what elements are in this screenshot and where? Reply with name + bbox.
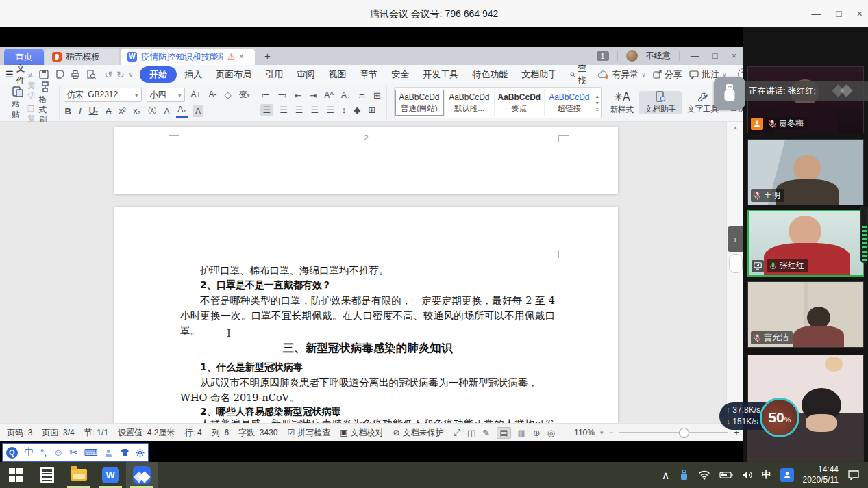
numbered-list-button[interactable]: ≕: [277, 90, 288, 101]
scroll-up-icon[interactable]: ▲: [727, 125, 743, 131]
document-page-3[interactable]: 护理口罩、棉布口罩、海绵口罩均不推荐。 2、口罩是不是一直戴都有效？ 不管是哪种…: [114, 207, 618, 423]
insert-table-button[interactable]: ⊞: [372, 90, 382, 101]
distribute-button[interactable]: ☰: [325, 104, 336, 116]
shrink-font-button[interactable]: A-: [208, 89, 219, 101]
optimizer-percent-ball[interactable]: 50 %: [760, 398, 799, 437]
tab-document[interactable]: W 疫情防控知识和技能培训.docx ⚠ ×: [121, 49, 255, 65]
ime-skin-icon[interactable]: [120, 448, 129, 457]
doc-assistant-button[interactable]: 文档助手: [639, 91, 682, 114]
share-button[interactable]: 分享: [653, 68, 682, 81]
chevron-down-icon[interactable]: ∨: [129, 71, 134, 78]
menu-home[interactable]: 开始: [140, 66, 177, 83]
font-name-select[interactable]: 仿宋_GB2312 ▾: [64, 88, 142, 102]
tab-docer[interactable]: 稻壳模板: [45, 49, 119, 65]
doc-count-badge[interactable]: 1: [597, 51, 609, 61]
style-emphasis[interactable]: AaBbCcDd 要点: [495, 89, 545, 116]
spell-check-toggle[interactable]: ☑ 拼写检查: [287, 427, 330, 439]
print-icon[interactable]: [71, 70, 80, 79]
tray-qq-icon[interactable]: [780, 468, 794, 482]
print-preview-icon[interactable]: [86, 70, 96, 79]
proofread-toggle[interactable]: ▣ 文档校对: [340, 427, 383, 439]
eye-protect-icon[interactable]: ◎: [547, 428, 555, 438]
ime-logo-icon[interactable]: Q: [6, 447, 18, 459]
gallery-up-icon[interactable]: ▴: [596, 93, 599, 99]
cut-button[interactable]: ✂ 剪切: [27, 71, 36, 101]
ime-person-icon[interactable]: [104, 448, 113, 457]
phonetic-guide-button[interactable]: 变▾: [238, 89, 251, 101]
increase-indent-button[interactable]: ⇥: [308, 90, 318, 101]
decrease-indent-button[interactable]: ⇤: [293, 90, 303, 101]
video-tile-caoyunjie[interactable]: 曹允洁: [747, 281, 864, 348]
redo-icon[interactable]: ↻: [116, 69, 125, 80]
bold-button[interactable]: B: [64, 105, 73, 117]
gallery-more-icon[interactable]: ≡: [596, 107, 599, 113]
clear-format-button[interactable]: ◇: [223, 89, 233, 101]
new-tab-button[interactable]: +: [264, 50, 271, 62]
cloud-status-button[interactable]: 有异常 ∨: [597, 68, 646, 81]
zoom-slider[interactable]: [619, 432, 728, 433]
zoom-level[interactable]: 110%: [574, 428, 595, 437]
underline-button[interactable]: U▾: [88, 105, 99, 118]
format-painter-button[interactable]: 格式刷: [36, 81, 55, 125]
font-size-select[interactable]: 小四 ▾: [147, 88, 185, 102]
tray-ime-indicator[interactable]: 中: [762, 469, 771, 481]
gallery-scroll[interactable]: ▴ ▾ ≡: [594, 93, 602, 113]
tray-usb-icon[interactable]: [679, 469, 689, 481]
superscript-button[interactable]: x²: [118, 105, 127, 117]
paste-button[interactable]: 粘贴: [8, 86, 27, 120]
menu-dev-tools[interactable]: 开发工具: [417, 67, 464, 82]
zoom-out-button[interactable]: −: [608, 428, 613, 437]
new-style-button[interactable]: ✳A 新样式: [604, 90, 639, 115]
asian-layout-button[interactable]: ≍: [357, 90, 367, 101]
subscript-button[interactable]: x₂: [132, 105, 142, 117]
ime-scissors-icon[interactable]: ✂: [69, 447, 77, 458]
justify-button[interactable]: ☰: [310, 104, 321, 116]
taskbar-file-explorer[interactable]: [63, 462, 95, 488]
video-tile-wangming[interactable]: 王明: [747, 139, 864, 205]
menu-review[interactable]: 审阅: [290, 67, 321, 82]
font-color-button[interactable]: A▾: [176, 105, 188, 118]
wps-minimize-icon[interactable]: —: [688, 51, 702, 61]
zoom-slider-knob[interactable]: [679, 428, 689, 438]
ime-punctuation-toggle[interactable]: °,: [40, 447, 47, 458]
menu-section[interactable]: 章节: [354, 67, 384, 82]
menu-references[interactable]: 引用: [259, 67, 289, 82]
menu-special-features[interactable]: 特色功能: [466, 67, 514, 82]
tray-expand-icon[interactable]: ∧: [662, 469, 670, 482]
menu-doc-assistant[interactable]: 文档助手: [515, 67, 563, 82]
document-area[interactable]: 2 护理口罩、棉布口罩、海绵口罩均不推荐。 2、口罩是不是一直戴都有效？ 不管是…: [0, 122, 743, 423]
notification-center-icon[interactable]: [847, 470, 860, 480]
align-center-button[interactable]: ☰: [278, 104, 289, 116]
tray-clock[interactable]: 14:44 2020/5/11: [803, 465, 839, 485]
close-icon[interactable]: ×: [857, 8, 863, 19]
menu-security[interactable]: 安全: [385, 67, 415, 82]
scrollbar-thumb[interactable]: [729, 254, 743, 273]
character-scale-button[interactable]: A^: [323, 90, 335, 101]
fullscreen-view-icon[interactable]: ⤢: [454, 427, 460, 438]
tab-close-icon[interactable]: ×: [239, 52, 244, 62]
maximize-icon[interactable]: □: [836, 8, 841, 19]
bullet-list-button[interactable]: ≔: [260, 90, 272, 101]
minimize-icon[interactable]: —: [811, 8, 821, 19]
taskbar-calculator[interactable]: [32, 462, 63, 488]
usb-device-widget[interactable]: [714, 77, 745, 110]
user-avatar[interactable]: [626, 50, 638, 62]
protection-status[interactable]: ⊘ 文档未保护: [393, 427, 444, 439]
page-view-icon[interactable]: ▤: [497, 427, 510, 439]
grow-font-button[interactable]: A+: [190, 89, 203, 101]
enclose-characters-button[interactable]: Ⓐ: [147, 105, 158, 117]
style-hyperlink[interactable]: AaBbCcDd 超链接: [545, 89, 594, 116]
two-page-view-icon[interactable]: ◫: [467, 428, 475, 438]
tray-wifi-icon[interactable]: [698, 470, 710, 480]
export-icon[interactable]: [55, 70, 64, 79]
outline-view-icon[interactable]: ▥: [518, 428, 526, 438]
tray-volume-icon[interactable]: [742, 470, 753, 480]
taskbar-tencent-meeting[interactable]: [126, 462, 158, 488]
strikethrough-button[interactable]: A: [104, 105, 113, 117]
style-normal-web[interactable]: AaBbCcDd 普通(网站): [395, 89, 445, 116]
ime-keyboard-icon[interactable]: ⌨: [84, 447, 98, 458]
line-spacing-button[interactable]: ↕: [340, 104, 348, 116]
highlight-color-button[interactable]: A: [193, 105, 204, 117]
menu-page-layout[interactable]: 页面布局: [210, 67, 258, 82]
italic-button[interactable]: I: [77, 105, 83, 117]
